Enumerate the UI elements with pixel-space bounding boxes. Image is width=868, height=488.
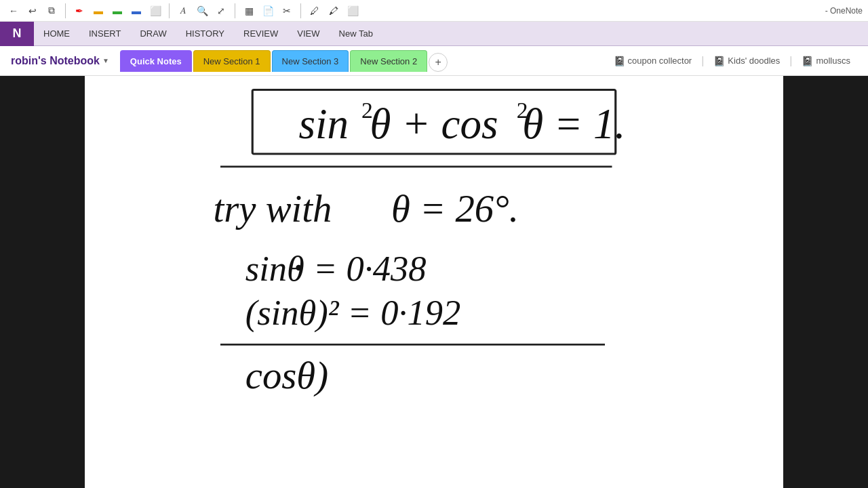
separator-1 [65,3,66,18]
tabs-area: Quick Notes New Section 1 New Section 3 … [115,50,601,72]
math-content: sin 2 θ + cos 2 θ = 1. try with θ = 26°.… [85,76,783,488]
notebook-name-text: robin's Notebook [11,55,100,67]
math-svg: sin 2 θ + cos 2 θ = 1. try with θ = 26°.… [98,83,770,481]
menu-newtab[interactable]: New Tab [330,22,382,46]
notebook-kids-icon: 📓 [713,56,725,66]
tab-section3[interactable]: New Section 3 [272,50,349,72]
svg-text:sin: sin [299,100,349,148]
svg-text:θ + cos: θ + cos [370,100,498,148]
pen-red-button[interactable]: ✒ [71,3,87,19]
tab-quick-notes[interactable]: Quick Notes [120,50,192,72]
eraser-tool-button[interactable]: ⬜ [344,3,361,19]
search-button[interactable]: 🔍 [194,3,210,19]
svg-text:sinθ = 0·438: sinθ = 0·438 [245,249,427,288]
menu-review[interactable]: REVIEW [234,22,288,46]
notebook-coupon-icon: 📓 [614,56,625,66]
main-area: sin 2 θ + cos 2 θ = 1. try with θ = 26°.… [0,76,868,488]
separator-3 [235,3,235,18]
highlighter-tool-button[interactable]: 🖍 [326,3,342,19]
menubar: N HOME INSERT DRAW HISTORY REVIEW VIEW N… [0,22,868,46]
notebook-name[interactable]: robin's Notebook ▼ [5,52,115,70]
layout-button[interactable]: ▦ [241,3,257,19]
nb-divider-1: | [701,55,704,67]
cursor-pen-button[interactable]: 𝐴 [175,3,191,19]
menu-view[interactable]: VIEW [288,22,329,46]
tab-section1-label: New Section 1 [203,56,260,66]
app-title: - OneNote [825,6,863,16]
notebook-molluscs[interactable]: 📓 molluscs [797,54,854,68]
menu-draw[interactable]: DRAW [130,22,176,46]
tab-section2-label: New Section 2 [360,56,417,66]
menu-insert[interactable]: INSERT [79,22,130,46]
svg-text:try with: try with [214,187,332,230]
arrange-button[interactable]: ⤢ [213,3,229,19]
separator-4 [300,3,301,18]
clipboard-button[interactable]: ⧉ [43,3,60,19]
menu-history[interactable]: HISTORY [176,22,234,46]
tab-quick-notes-label: Quick Notes [130,56,182,66]
right-panel [783,76,868,488]
app-logo: N [0,22,34,46]
separator-2 [169,3,170,18]
undo-button[interactable]: ↩ [24,3,41,19]
scissors-button[interactable]: ✂ [279,3,295,19]
notebook-kids-label: Kids' doodles [728,56,780,66]
nb-divider-2: | [789,55,792,67]
highlighter-blue-button[interactable]: ▬ [128,3,144,19]
pen-tool-button[interactable]: 🖊 [307,3,323,19]
back-button[interactable]: ← [5,3,22,19]
content-area[interactable]: sin 2 θ + cos 2 θ = 1. try with θ = 26°.… [85,76,783,488]
svg-text:θ = 1.: θ = 1. [522,100,625,148]
tab-section3-label: New Section 3 [282,56,339,66]
notebook-coupon[interactable]: 📓 coupon collector [610,54,696,68]
svg-text:θ = 26°.: θ = 26°. [391,187,519,230]
notebook-coupon-label: coupon collector [628,56,692,66]
tab-section2[interactable]: New Section 2 [350,50,427,72]
svg-point-13 [296,265,301,270]
svg-text:cosθ): cosθ) [245,354,328,398]
notebook-molluscs-label: molluscs [816,56,850,66]
right-notebooks: 📓 coupon collector | 📓 Kids' doodles | 📓… [601,54,863,68]
menu-home[interactable]: HOME [34,22,79,46]
notebook-molluscs-icon: 📓 [802,56,813,66]
notebook-kids[interactable]: 📓 Kids' doodles [709,54,784,68]
highlighter-green-button[interactable]: ▬ [109,3,125,19]
page-button[interactable]: 📄 [260,3,276,19]
left-panel [0,76,85,488]
highlighter-yellow-button[interactable]: ▬ [90,3,106,19]
eraser-button[interactable]: ⬜ [147,3,163,19]
svg-text:(sinθ)² = 0·192: (sinθ)² = 0·192 [245,293,460,333]
menu-items: HOME INSERT DRAW HISTORY REVIEW VIEW New… [34,22,382,46]
notebook-dropdown-arrow: ▼ [102,57,109,64]
notebook-header: robin's Notebook ▼ Quick Notes New Secti… [0,46,868,76]
title-bar: ← ↩ ⧉ ✒ ▬ ▬ ▬ ⬜ 𝐴 🔍 ⤢ ▦ 📄 ✂ 🖊 🖍 ⬜ - OneN… [0,0,868,22]
tab-add[interactable]: + [429,53,448,72]
tab-section1[interactable]: New Section 1 [193,50,271,72]
title-bar-controls: ← ↩ ⧉ ✒ ▬ ▬ ▬ ⬜ 𝐴 🔍 ⤢ ▦ 📄 ✂ 🖊 🖍 ⬜ [5,3,361,19]
